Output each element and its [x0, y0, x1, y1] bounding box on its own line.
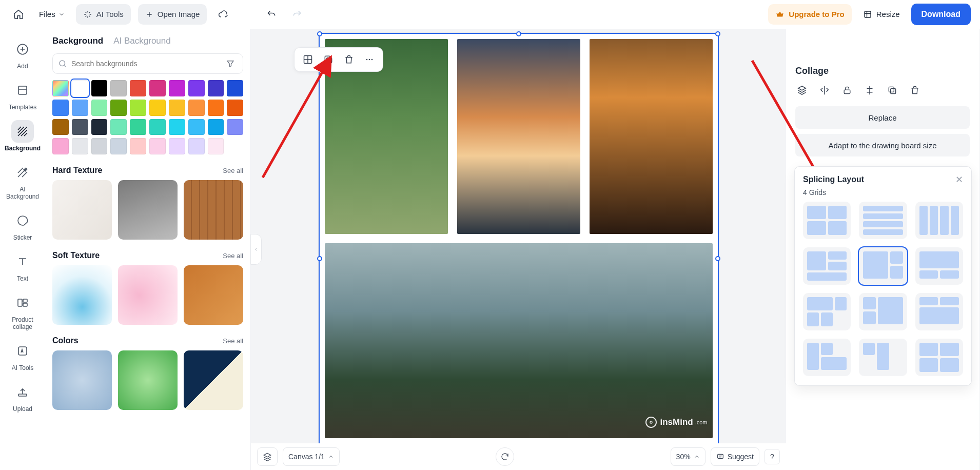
color-swatch[interactable]: [208, 138, 224, 154]
color-swatch[interactable]: [72, 80, 88, 96]
toolbar-delete-icon[interactable]: [340, 50, 358, 69]
ai-tools-button[interactable]: AI Tools: [76, 4, 131, 25]
layout-option[interactable]: [859, 339, 907, 376]
layout-option[interactable]: [859, 293, 907, 330]
color-blue-grad[interactable]: [52, 350, 112, 410]
resize-button[interactable]: Resize: [859, 7, 904, 22]
colors-see-all[interactable]: See all: [223, 337, 243, 345]
color-swatch[interactable]: [227, 119, 243, 135]
layout-option[interactable]: [915, 293, 963, 330]
rail-background[interactable]: Background: [4, 120, 41, 152]
soft-texture-see-all[interactable]: See all: [223, 252, 243, 260]
layout-option[interactable]: [859, 202, 907, 239]
layout-option[interactable]: [859, 247, 907, 285]
color-swatch[interactable]: [52, 119, 69, 135]
color-swatch[interactable]: [52, 100, 69, 116]
layer-order-icon[interactable]: [795, 84, 809, 97]
color-swatch[interactable]: [227, 100, 243, 116]
texture-pink-swirl[interactable]: [118, 265, 178, 325]
color-swatch[interactable]: [91, 80, 108, 96]
color-swatch[interactable]: [169, 138, 185, 154]
adapt-button[interactable]: Adapt to the drawing board size: [795, 134, 970, 156]
handle-tr[interactable]: [715, 31, 720, 36]
layers-button[interactable]: [257, 447, 278, 466]
replace-button[interactable]: Replace: [795, 106, 970, 129]
toolbar-more-icon[interactable]: [360, 50, 379, 69]
texture-leather[interactable]: [184, 265, 243, 325]
collage-img-4[interactable]: [325, 243, 713, 438]
color-swatch[interactable]: [72, 100, 88, 116]
lock-icon[interactable]: [840, 84, 854, 97]
canvas-count[interactable]: Canvas 1/1: [283, 447, 340, 466]
rotate-view-icon[interactable]: [496, 447, 514, 466]
toolbar-duplicate-icon[interactable]: [319, 50, 338, 69]
color-swatch[interactable]: [169, 119, 185, 135]
texture-concrete[interactable]: [118, 180, 178, 240]
rail-text[interactable]: Text: [4, 250, 41, 282]
home-icon[interactable]: [9, 5, 28, 24]
color-swatch[interactable]: [208, 100, 224, 116]
handle-rm[interactable]: [715, 256, 720, 261]
canvas-viewport[interactable]: insMind.com: [251, 29, 786, 443]
color-swatch[interactable]: [52, 80, 69, 96]
texture-water[interactable]: [52, 265, 112, 325]
color-swatch[interactable]: [91, 100, 108, 116]
popup-close-icon[interactable]: ✕: [955, 174, 963, 185]
texture-marble[interactable]: [52, 180, 112, 240]
layout-option[interactable]: [803, 247, 851, 285]
tab-background[interactable]: Background: [52, 36, 103, 46]
rail-add[interactable]: Add: [4, 38, 41, 70]
layout-option[interactable]: [915, 339, 963, 376]
color-swatch[interactable]: [52, 138, 69, 154]
color-swatch[interactable]: [110, 138, 127, 154]
color-swatch[interactable]: [91, 138, 108, 154]
color-swatch[interactable]: [130, 80, 146, 96]
handle-lm[interactable]: [317, 256, 322, 261]
color-swatch[interactable]: [188, 80, 205, 96]
cloud-sync-icon[interactable]: [214, 5, 232, 24]
color-swatch[interactable]: [130, 100, 146, 116]
color-swatch[interactable]: [188, 119, 205, 135]
color-swatch[interactable]: [110, 100, 127, 116]
color-swatch[interactable]: [227, 80, 243, 96]
tab-ai-background[interactable]: AI Background: [113, 36, 171, 46]
texture-wood[interactable]: [184, 180, 243, 240]
filter-icon[interactable]: [223, 59, 238, 68]
rail-sticker[interactable]: Sticker: [4, 209, 41, 241]
rail-templates[interactable]: Templates: [4, 79, 41, 111]
color-swatch[interactable]: [188, 138, 205, 154]
layout-option[interactable]: [915, 202, 963, 239]
redo-icon[interactable]: [288, 5, 306, 24]
toolbar-layout-icon[interactable]: [299, 50, 317, 69]
collage-img-3[interactable]: [590, 39, 713, 234]
color-swatch[interactable]: [169, 80, 185, 96]
color-green-grad[interactable]: [118, 350, 178, 410]
color-swatch[interactable]: [149, 119, 166, 135]
duplicate-icon[interactable]: [886, 84, 899, 97]
undo-icon[interactable]: [262, 5, 281, 24]
zoom-level[interactable]: 30%: [671, 447, 705, 466]
color-swatch[interactable]: [208, 119, 224, 135]
handle-tm[interactable]: [516, 31, 521, 36]
color-swatch[interactable]: [72, 119, 88, 135]
hard-texture-see-all[interactable]: See all: [223, 167, 243, 174]
rail-product-collage[interactable]: Product collage: [4, 291, 41, 330]
rail-upload[interactable]: Upload: [4, 381, 41, 413]
help-button[interactable]: ?: [765, 449, 780, 464]
download-button[interactable]: Download: [911, 4, 971, 25]
align-icon[interactable]: [863, 84, 876, 97]
color-swatch[interactable]: [208, 80, 224, 96]
color-navy-cream[interactable]: [184, 350, 243, 410]
color-swatch[interactable]: [188, 100, 205, 116]
color-swatch[interactable]: [72, 138, 88, 154]
collapse-left-panel[interactable]: [250, 234, 262, 265]
handle-tl[interactable]: [317, 31, 322, 36]
layout-option[interactable]: [915, 247, 963, 285]
flip-icon[interactable]: [818, 84, 831, 97]
color-swatch[interactable]: [110, 119, 127, 135]
color-swatch[interactable]: [169, 100, 185, 116]
color-swatch[interactable]: [149, 100, 166, 116]
layout-option[interactable]: [803, 293, 851, 330]
delete-icon[interactable]: [908, 84, 922, 97]
color-swatch[interactable]: [110, 80, 127, 96]
